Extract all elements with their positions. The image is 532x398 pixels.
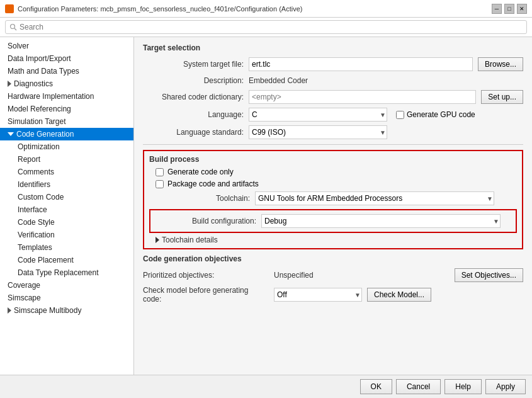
window-controls: ─ □ ✕ [492, 4, 527, 14]
sidebar-item-diagnostics[interactable]: Diagnostics [0, 77, 133, 90]
templates-label: Templates [18, 243, 52, 252]
search-input[interactable] [5, 20, 527, 34]
sidebar-item-templates[interactable]: Templates [0, 241, 133, 254]
package-code-label: Package code and artifacts [167, 179, 259, 188]
data-type-rep-label: Data Type Replacement [18, 268, 99, 277]
toolchain-select-wrap: GNU Tools for ARM Embedded Processors ▼ [255, 191, 494, 205]
check-model-label: Check model before generating code: [143, 286, 269, 304]
prioritized-row: Prioritized objectives: Unspecified Set … [143, 268, 523, 282]
language-standard-select-wrap: C89/C90 (ANSI) C99 (ISO) C11 (ISO) ▼ [249, 125, 387, 139]
prioritized-value: Unspecified [274, 271, 314, 280]
minimize-button[interactable]: ─ [492, 4, 502, 14]
sidebar-item-math-data[interactable]: Math and Data Types [0, 65, 133, 77]
system-target-input[interactable] [249, 57, 473, 71]
toolchain-row: Toolchain: GNU Tools for ARM Embedded Pr… [149, 191, 517, 205]
shared-coder-input[interactable] [249, 90, 476, 104]
build-config-select[interactable]: Debug Release Specify [261, 214, 501, 228]
window-title: Configuration Parameters: mcb_pmsm_foc_s… [18, 5, 488, 13]
sidebar-item-optimization[interactable]: Optimization [0, 140, 133, 153]
help-button[interactable]: Help [444, 379, 482, 394]
target-selection-title: Target selection [143, 43, 523, 52]
check-model-button[interactable]: Check Model... [367, 288, 431, 302]
code-gen-arrow-icon [8, 132, 14, 136]
app-icon [5, 4, 14, 13]
system-target-row: System target file: Browse... [143, 57, 523, 71]
verification-label: Verification [18, 230, 55, 239]
language-standard-select[interactable]: C89/C90 (ANSI) C99 (ISO) C11 (ISO) [249, 125, 387, 139]
main-content: Solver Data Import/Export Math and Data … [0, 37, 532, 375]
sidebar-item-simscape-multi[interactable]: Simscape Multibody [0, 304, 133, 317]
math-data-label: Math and Data Types [8, 67, 79, 76]
code-gen-objectives-title: Code generation objectives [143, 254, 523, 263]
browse-button[interactable]: Browse... [478, 57, 523, 71]
close-button[interactable]: ✕ [517, 4, 527, 14]
build-config-select-wrap: Debug Release Specify ▼ [261, 214, 501, 228]
build-config-section: Build configuration: Debug Release Speci… [149, 209, 517, 233]
sidebar-item-custom-code[interactable]: Custom Code [0, 191, 133, 203]
cancel-button[interactable]: Cancel [396, 379, 441, 394]
apply-button[interactable]: Apply [485, 379, 526, 394]
title-bar: Configuration Parameters: mcb_pmsm_foc_s… [0, 0, 532, 18]
sidebar-item-data-import[interactable]: Data Import/Export [0, 52, 133, 65]
package-code-checkbox[interactable] [156, 180, 164, 188]
language-label: Language: [143, 110, 244, 119]
sidebar-item-comments[interactable]: Comments [0, 166, 133, 178]
sidebar-item-hardware[interactable]: Hardware Implementation [0, 90, 133, 103]
system-target-label: System target file: [143, 60, 244, 69]
coverage-label: Coverage [8, 281, 40, 290]
toolchain-select[interactable]: GNU Tools for ARM Embedded Processors [255, 191, 494, 205]
sim-target-label: Simulation Target [8, 117, 66, 126]
sidebar-item-solver[interactable]: Solver [0, 40, 133, 52]
sidebar-item-code-placement[interactable]: Code Placement [0, 254, 133, 266]
code-placement-label: Code Placement [18, 256, 74, 264]
simscape-multi-label: Simscape Multibody [14, 306, 81, 315]
sidebar-item-sim-target[interactable]: Simulation Target [0, 115, 133, 128]
sidebar-item-data-type-rep[interactable]: Data Type Replacement [0, 266, 133, 279]
diagnostics-arrow-icon [8, 81, 11, 87]
code-style-label: Code Style [18, 218, 55, 227]
check-model-select[interactable]: Off On [274, 288, 362, 302]
build-config-row: Build configuration: Debug Release Speci… [156, 214, 511, 228]
prioritized-label: Prioritized objectives: [143, 271, 269, 280]
sidebar-item-report[interactable]: Report [0, 153, 133, 166]
language-select[interactable]: C C++ [249, 108, 387, 122]
sidebar: Solver Data Import/Export Math and Data … [0, 37, 134, 375]
language-standard-row: Language standard: C89/C90 (ANSI) C99 (I… [143, 125, 523, 139]
generate-code-checkbox[interactable] [156, 168, 164, 176]
sidebar-item-verification[interactable]: Verification [0, 229, 133, 241]
sidebar-item-simscape[interactable]: Simscape [0, 292, 133, 304]
gpu-label: Generate GPU code [407, 110, 475, 119]
sidebar-item-identifiers[interactable]: Identifiers [0, 178, 133, 191]
generate-code-label: Generate code only [167, 168, 234, 176]
language-row: Language: C C++ ▼ Generate GPU code [143, 108, 523, 122]
ok-button[interactable]: OK [360, 379, 392, 394]
description-row: Description: Embedded Coder [143, 75, 523, 86]
gpu-checkbox[interactable] [396, 111, 404, 119]
build-config-label: Build configuration: [156, 217, 256, 225]
description-label: Description: [143, 76, 244, 85]
code-gen-label: Code Generation [16, 130, 74, 139]
language-standard-label: Language standard: [143, 128, 244, 137]
check-model-select-wrap: Off On ▼ [274, 288, 362, 302]
language-select-wrap: C C++ ▼ [249, 108, 387, 122]
toolchain-details-row[interactable]: Toolchain details [149, 236, 517, 244]
sidebar-item-interface[interactable]: Interface [0, 203, 133, 216]
shared-coder-row: Shared coder dictionary: Set up... [143, 90, 523, 104]
bottom-bar: OK Cancel Help Apply [0, 375, 532, 398]
sidebar-item-code-style[interactable]: Code Style [0, 216, 133, 229]
maximize-button[interactable]: □ [504, 4, 514, 14]
interface-label: Interface [18, 205, 47, 214]
sidebar-item-code-gen[interactable]: Code Generation [0, 128, 133, 140]
sidebar-item-model-ref[interactable]: Model Referencing [0, 103, 133, 115]
hardware-label: Hardware Implementation [8, 92, 94, 101]
toolchain-details-label: Toolchain details [162, 236, 218, 244]
sidebar-item-coverage[interactable]: Coverage [0, 279, 133, 292]
solver-label: Solver [8, 42, 29, 50]
generate-code-row: Generate code only [149, 168, 517, 176]
setup-button[interactable]: Set up... [481, 90, 523, 104]
toolchain-label: Toolchain: [149, 194, 250, 203]
simscape-multi-arrow-icon [8, 307, 11, 314]
model-ref-label: Model Referencing [8, 105, 71, 113]
set-objectives-button[interactable]: Set Objectives... [455, 268, 523, 282]
description-value: Embedded Coder [249, 75, 308, 86]
